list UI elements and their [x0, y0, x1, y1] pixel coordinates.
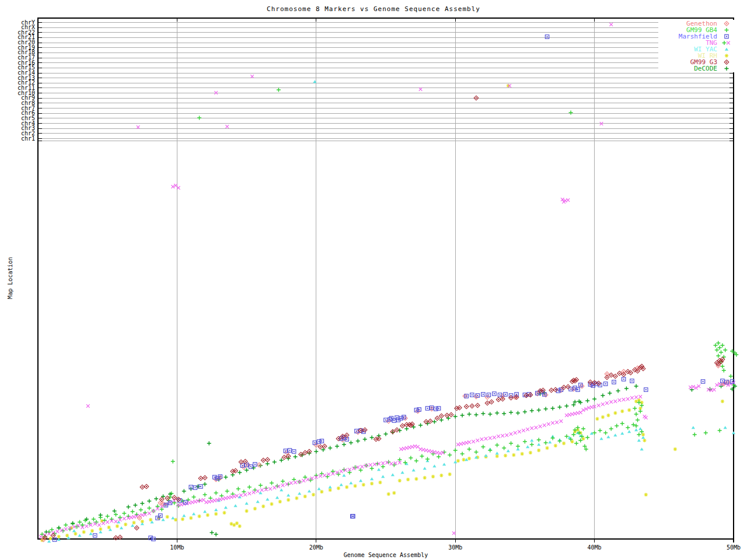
wi_rh-legend-symbol-icon: [717, 52, 735, 59]
x-tick-label-40Mb: 40Mb: [581, 544, 609, 551]
chr-label-chr1: chr1: [0, 136, 35, 142]
genethon-legend-symbol-icon: [717, 20, 735, 27]
series-decode: [44, 384, 737, 537]
gm99_gb4-legend-symbol-icon: [717, 27, 735, 33]
legend-item-marshfield: Marshfield: [658, 33, 735, 40]
x-tick-label-20Mb: 20Mb: [302, 544, 330, 551]
series-gm99-gb4: [40, 88, 739, 539]
chart-root: Chromosome 8 Markers vs Genome Sequence …: [0, 0, 747, 560]
legend: GenethonGM99 GB4MarshfieldTNGWI YACWI RH…: [658, 20, 735, 72]
x-tick-label-50Mb: 50Mb: [720, 544, 747, 551]
legend-item-wi_yac: WI YAC: [658, 46, 735, 52]
tng-legend-symbol-icon: [717, 40, 735, 46]
gm99_g3-legend-symbol-icon: [717, 59, 735, 65]
x-tick-label-10Mb: 10Mb: [163, 544, 191, 551]
wi_yac-legend-symbol-icon: [717, 46, 735, 52]
series-gm99-g3: [43, 96, 725, 540]
series-wi-yac: [47, 80, 735, 542]
x-tick-label-30Mb: 30Mb: [441, 544, 469, 551]
legend-item-decode: DeCODE: [658, 65, 735, 72]
series-tng: [39, 23, 735, 538]
series-wi-rh: [40, 84, 724, 542]
plot-area: [0, 0, 747, 560]
decode-legend-symbol-icon: [717, 65, 735, 72]
marshfield-legend-symbol-icon: [717, 33, 735, 40]
legend-label: DeCODE: [694, 65, 717, 72]
series-marshfield: [53, 35, 734, 541]
data-points: [39, 23, 738, 542]
